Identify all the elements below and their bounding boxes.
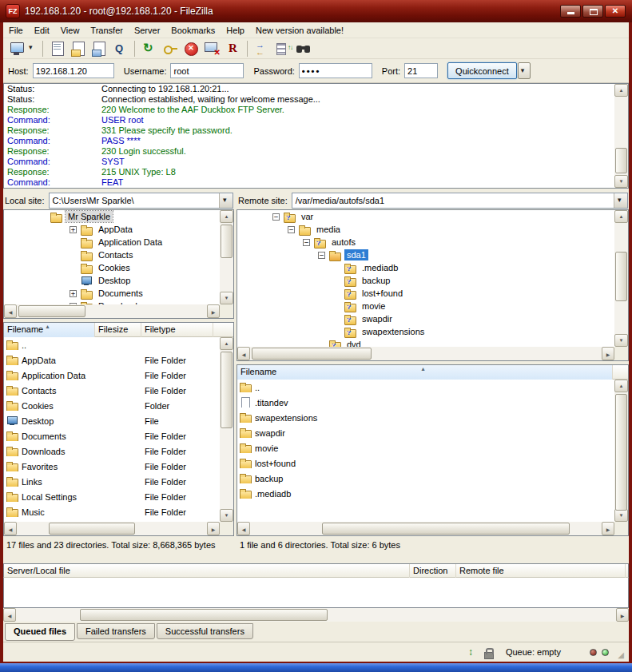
tab-successful-transfers[interactable]: Successful transfers <box>157 623 253 639</box>
scroll-left-button[interactable] <box>4 304 17 318</box>
port-input[interactable] <box>404 63 438 78</box>
file-row-lost-found[interactable]: lost+found <box>237 455 614 471</box>
menu-item-help[interactable]: Help <box>221 23 250 38</box>
tab-queued-files[interactable]: Queued files <box>5 623 75 641</box>
file-row-item[interactable]: .. <box>4 337 220 352</box>
file-row-titandev[interactable]: .titandev <box>237 395 614 410</box>
local-list-vscroll[interactable] <box>220 337 233 522</box>
file-row-item[interactable]: .. <box>237 380 614 395</box>
tree-item-autofs[interactable]: −?autofs <box>237 236 614 249</box>
title-bar[interactable]: FZ 192.168.1.20 - root@192.168.1.20 - Fi… <box>0 0 632 22</box>
tree-expander[interactable]: + <box>70 226 77 233</box>
scroll-down-button[interactable] <box>614 334 628 347</box>
tree-item-swapdir[interactable]: ?swapdir <box>237 312 614 325</box>
scroll-down-button[interactable] <box>614 175 628 188</box>
scroll-down-button[interactable] <box>614 509 628 522</box>
remote-list-vscroll[interactable] <box>614 380 628 522</box>
scroll-up-button[interactable] <box>614 380 628 392</box>
remote-site-dropdown-icon[interactable] <box>614 193 627 208</box>
column-header-filename[interactable]: Filename <box>4 323 95 337</box>
quickconnect-button[interactable]: Quickconnect <box>447 62 517 79</box>
tree-item-contacts[interactable]: Contacts <box>4 249 220 261</box>
remote-site-combo[interactable]: /var/media/autofs/sda1 <box>292 193 628 209</box>
file-row-application-data[interactable]: Application DataFile Folder <box>4 368 220 383</box>
tab-failed-transfers[interactable]: Failed transfers <box>77 623 155 639</box>
find-icon[interactable] <box>294 39 313 58</box>
toggle-remote-tree-icon[interactable] <box>89 39 109 58</box>
menu-item-file[interactable]: File <box>3 23 29 38</box>
scroll-up-button[interactable] <box>614 84 628 97</box>
file-row-mediadb[interactable]: .mediadb <box>237 486 614 501</box>
menu-item-new-version-available[interactable]: New version available! <box>250 23 349 38</box>
scroll-down-button[interactable] <box>220 292 233 304</box>
file-row-appdata[interactable]: AppDataFile Folder <box>4 352 220 368</box>
tree-item-documents[interactable]: +Documents <box>4 287 220 300</box>
encryption-icon[interactable] <box>483 646 495 658</box>
tree-item-swapextensions[interactable]: ?swapextensions <box>237 325 614 338</box>
file-row-downloads[interactable]: DownloadsFile Folder <box>4 443 220 459</box>
file-row-contacts[interactable]: ContactsFile Folder <box>4 383 220 398</box>
vertical-scroll-thumb[interactable] <box>615 252 627 301</box>
horizontal-scroll-thumb[interactable] <box>49 523 135 535</box>
speed-limit-icon[interactable] <box>466 646 478 658</box>
toggle-log-icon[interactable] <box>48 39 67 58</box>
file-row-movie[interactable]: movie <box>237 440 614 455</box>
log-vscroll[interactable] <box>614 84 628 188</box>
horizontal-scroll-thumb[interactable] <box>80 609 328 621</box>
column-header-filesize[interactable]: Filesize <box>95 323 141 337</box>
remote-tree-hscroll[interactable] <box>237 347 614 360</box>
tree-item-lost-found[interactable]: ?lost+found <box>237 287 614 300</box>
horizontal-scroll-thumb[interactable] <box>252 348 372 360</box>
scroll-left-button[interactable] <box>237 347 250 360</box>
file-row-favorites[interactable]: FavoritesFile Folder <box>4 459 220 474</box>
process-queue-icon[interactable] <box>161 39 180 58</box>
username-input[interactable] <box>170 63 244 78</box>
scroll-left-button[interactable] <box>237 522 250 535</box>
remote-tree-vscroll[interactable] <box>614 210 628 347</box>
queue-hscroll[interactable] <box>3 608 629 622</box>
disconnect-icon[interactable] <box>202 39 221 58</box>
file-row-music[interactable]: MusicFile Folder <box>4 504 220 519</box>
column-header-filename[interactable]: Filename <box>237 365 613 380</box>
site-manager-dropdown-icon[interactable] <box>28 39 38 58</box>
column-header-remote-file[interactable]: Remote file <box>456 564 626 579</box>
vertical-scroll-thumb[interactable] <box>221 352 233 428</box>
scroll-up-button[interactable] <box>220 210 233 223</box>
scroll-left-button[interactable] <box>4 522 17 535</box>
tree-item-dvd[interactable]: ?dvd <box>237 338 614 347</box>
host-input[interactable] <box>33 63 114 78</box>
tree-expander[interactable]: − <box>272 213 280 221</box>
quickconnect-dropdown-button[interactable] <box>518 62 531 79</box>
tree-expander[interactable]: + <box>70 290 77 297</box>
close-button[interactable] <box>605 5 626 18</box>
cancel-icon[interactable] <box>181 39 201 58</box>
toggle-queue-icon[interactable] <box>110 39 129 58</box>
refresh-icon[interactable] <box>140 39 159 58</box>
local-tree-hscroll[interactable] <box>4 304 220 318</box>
scroll-right-button[interactable] <box>207 522 220 535</box>
tree-item-movie[interactable]: ?movie <box>237 300 614 312</box>
tree-item-cookies[interactable]: Cookies <box>4 261 220 274</box>
scroll-up-button[interactable] <box>220 337 233 350</box>
local-list-hscroll[interactable] <box>4 522 220 535</box>
tree-item-appdata[interactable]: +AppData <box>4 223 220 236</box>
scroll-right-button[interactable] <box>616 608 629 622</box>
reconnect-icon[interactable] <box>223 39 242 58</box>
tree-item-application-data[interactable]: Application Data <box>4 236 220 249</box>
tree-item-media[interactable]: −media <box>237 223 614 236</box>
tree-item-mediadb[interactable]: ?.mediadb <box>237 261 614 274</box>
scroll-down-button[interactable] <box>220 509 233 522</box>
site-manager-icon[interactable] <box>7 39 26 58</box>
menu-item-bookmarks[interactable]: Bookmarks <box>165 23 221 38</box>
tree-item-desktop[interactable]: Desktop <box>4 274 220 287</box>
tree-item-mr-sparkle[interactable]: Mr Sparkle <box>4 210 220 223</box>
vertical-scroll-thumb[interactable] <box>615 394 627 511</box>
minimize-button[interactable] <box>560 5 581 18</box>
menu-item-server[interactable]: Server <box>129 23 165 38</box>
scroll-right-button[interactable] <box>207 304 220 318</box>
menu-item-view[interactable]: View <box>55 23 85 38</box>
tree-expander[interactable]: − <box>303 239 310 246</box>
toggle-local-tree-icon[interactable] <box>69 39 88 58</box>
file-row-cookies[interactable]: CookiesFolder <box>4 398 220 413</box>
tree-expander[interactable]: − <box>318 252 325 259</box>
